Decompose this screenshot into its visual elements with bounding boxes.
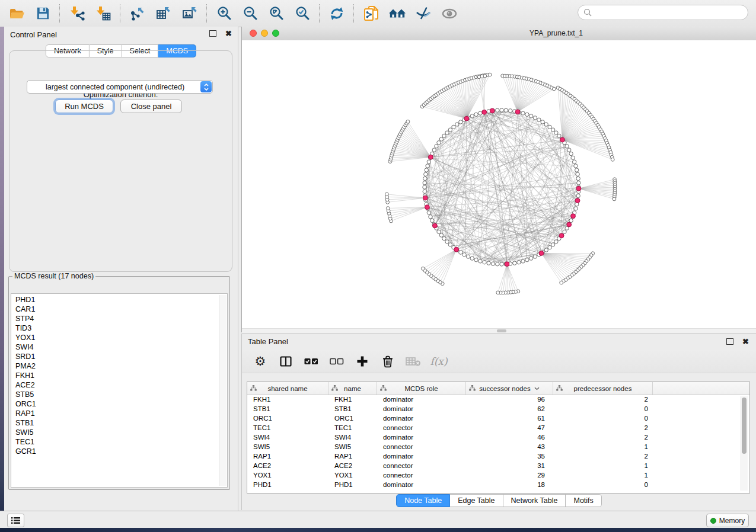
column-header-MCDS-role[interactable]: MCDS role <box>377 382 466 395</box>
ring-node[interactable] <box>496 262 499 266</box>
network-canvas[interactable] <box>242 40 756 328</box>
ring-node[interactable] <box>569 152 573 155</box>
network-hscrollbar[interactable] <box>242 328 756 333</box>
ring-node[interactable] <box>459 251 462 254</box>
leaf-node[interactable] <box>421 267 425 270</box>
close-panel-button[interactable]: Close panel <box>120 100 182 113</box>
mcds-hub-node[interactable] <box>454 247 459 252</box>
ring-node[interactable] <box>455 123 459 126</box>
ring-node[interactable] <box>548 125 551 129</box>
mcds-result-item[interactable]: SWI5 <box>12 428 219 437</box>
float-panel-icon[interactable] <box>209 30 216 37</box>
export-image-icon[interactable] <box>181 5 199 23</box>
tab-node-table[interactable]: Node Table <box>396 494 450 507</box>
network-window-titlebar[interactable]: YPA_prune.txt_1 <box>242 27 756 41</box>
tab-motifs[interactable]: Motifs <box>566 494 601 507</box>
mcds-result-item[interactable]: PHD1 <box>12 295 219 305</box>
mcds-result-item[interactable]: FKH1 <box>12 371 219 380</box>
column-header-shared-name[interactable]: shared name <box>247 382 328 395</box>
mcds-result-item[interactable]: CAR1 <box>12 305 219 314</box>
ring-node[interactable] <box>479 111 482 115</box>
mcds-hub-node[interactable] <box>425 205 430 210</box>
ring-node[interactable] <box>574 164 578 168</box>
mcds-hub-node[interactable] <box>505 262 509 267</box>
ring-node[interactable] <box>427 160 430 164</box>
ring-node[interactable] <box>537 118 541 121</box>
deselect-all-icon[interactable] <box>329 354 344 369</box>
delete-icon[interactable] <box>380 354 395 369</box>
ring-node[interactable] <box>439 137 443 141</box>
ring-node[interactable] <box>569 219 573 222</box>
mcds-hub-node[interactable] <box>515 110 520 114</box>
ring-node[interactable] <box>452 125 455 129</box>
ring-node[interactable] <box>448 128 452 132</box>
ring-node[interactable] <box>504 108 508 112</box>
hide-selected-icon[interactable] <box>414 5 432 23</box>
ring-node[interactable] <box>551 128 554 132</box>
ring-node[interactable] <box>548 245 551 249</box>
mcds-result-item[interactable]: YOX1 <box>12 333 219 342</box>
ring-node[interactable] <box>429 215 432 219</box>
ring-node[interactable] <box>466 255 470 258</box>
ring-node[interactable] <box>513 261 516 265</box>
ring-node[interactable] <box>496 108 499 112</box>
ring-node[interactable] <box>479 259 482 263</box>
show-all-icon[interactable] <box>441 5 458 23</box>
ring-node[interactable] <box>529 257 533 260</box>
run-mcds-button[interactable]: Run MCDS <box>55 100 113 113</box>
ring-node[interactable] <box>576 194 580 197</box>
first-neighbors-icon[interactable] <box>388 5 406 23</box>
leaf-node[interactable] <box>406 120 410 123</box>
ring-node[interactable] <box>437 230 441 233</box>
network-hscroll-thumb[interactable] <box>497 329 506 332</box>
ring-node[interactable] <box>565 145 569 148</box>
ring-node[interactable] <box>573 160 576 164</box>
ring-node[interactable] <box>533 116 537 120</box>
leaf-node[interactable] <box>386 207 390 210</box>
mcds-hub-node[interactable] <box>559 233 564 238</box>
ring-node[interactable] <box>448 243 452 246</box>
ring-node[interactable] <box>423 177 427 180</box>
ring-node[interactable] <box>425 168 428 172</box>
mcds-result-item[interactable]: SWI4 <box>12 342 219 352</box>
ring-node[interactable] <box>554 131 558 134</box>
ring-node[interactable] <box>474 113 478 116</box>
mcds-hub-node[interactable] <box>433 223 438 228</box>
ring-node[interactable] <box>521 259 525 263</box>
mcds-hub-node[interactable] <box>576 186 581 191</box>
ring-node[interactable] <box>432 148 436 152</box>
column-header-successor-nodes[interactable]: successor nodes <box>466 382 553 395</box>
add-row-icon[interactable] <box>355 354 370 369</box>
ring-node[interactable] <box>577 181 580 185</box>
mcds-hub-node[interactable] <box>575 198 580 203</box>
ring-node[interactable] <box>525 113 529 116</box>
table-settings-icon[interactable]: ⚙ <box>253 354 268 369</box>
ring-node[interactable] <box>470 257 474 260</box>
ring-node[interactable] <box>563 230 566 233</box>
ring-node[interactable] <box>500 108 503 112</box>
ring-node[interactable] <box>544 248 548 252</box>
leaf-node[interactable] <box>552 87 556 91</box>
mcds-result-item[interactable]: ORC1 <box>12 399 219 409</box>
table-row[interactable]: YOX1YOX1connector291 <box>247 470 749 480</box>
ring-node[interactable] <box>483 261 486 264</box>
ring-node[interactable] <box>575 168 579 172</box>
table-row[interactable]: SWI4SWI4dominator462 <box>247 432 749 442</box>
leaf-node[interactable] <box>560 281 563 284</box>
leaf-node[interactable] <box>496 291 500 294</box>
ring-node[interactable] <box>529 114 533 118</box>
ring-node[interactable] <box>439 233 443 237</box>
save-session-icon[interactable] <box>34 5 52 23</box>
show-columns-icon[interactable] <box>278 354 294 369</box>
column-header-predecessor-nodes[interactable]: predecessor nodes <box>553 382 653 395</box>
mcds-result-item[interactable]: TID3 <box>12 323 219 333</box>
leaf-node[interactable] <box>611 158 614 161</box>
table-row[interactable]: SWI5SWI5connector431 <box>247 442 749 451</box>
zoom-out-icon[interactable] <box>241 5 259 23</box>
ring-node[interactable] <box>459 120 462 124</box>
zoom-fit-icon[interactable] <box>267 5 285 23</box>
ring-node[interactable] <box>462 253 466 257</box>
mcds-result-item[interactable]: STB1 <box>12 418 219 428</box>
mcds-hub-node[interactable] <box>567 222 572 227</box>
search-input[interactable] <box>595 8 748 17</box>
